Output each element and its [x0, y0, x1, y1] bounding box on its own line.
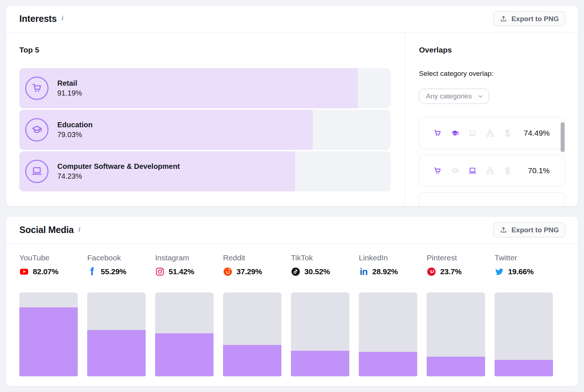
laptop-icon [468, 129, 477, 138]
network-value: 82.07% [33, 267, 58, 276]
graduation-cap-icon [25, 118, 49, 141]
upload-icon [500, 226, 507, 234]
network-value: 28.92% [372, 267, 398, 276]
bar-fill [427, 357, 485, 377]
network-label: TikTok [291, 253, 349, 262]
bar-fill [19, 307, 78, 376]
network-value: 19.66% [508, 267, 534, 276]
social-media-header: Social Media i Export to PNG [6, 217, 578, 244]
info-icon[interactable]: i [61, 15, 63, 22]
overlap-row-partial[interactable] [419, 192, 565, 206]
scrollbar-thumb[interactable] [561, 122, 565, 152]
bar-track [19, 292, 78, 376]
bar-track [359, 292, 417, 376]
network-value: 23.7% [440, 267, 462, 276]
category-name: Education [57, 121, 93, 129]
export-png-label: Export to PNG [511, 226, 559, 234]
linkedin-icon: in [359, 267, 368, 276]
category-name: Computer Software & Development [57, 162, 180, 171]
dollar-icon: $ [503, 129, 512, 138]
bar-fill [155, 333, 214, 376]
top5-row-retail: Retail 91.19% [19, 68, 391, 108]
chevron-down-icon [477, 93, 484, 100]
overlaps-heading: Overlaps [419, 46, 565, 54]
overlap-row[interactable]: $ 70.1% [419, 155, 565, 187]
social-column-twitter: Twitter 19.66% [495, 253, 553, 376]
social-column-tiktok: TikTok 30.52% [291, 253, 349, 376]
category-dropdown[interactable]: Any categories [419, 89, 489, 104]
overlap-value: 70.1% [528, 166, 550, 175]
sitemap-icon [485, 166, 495, 175]
social-column-reddit: Reddit 37.29% [223, 253, 281, 376]
overlap-value: 74.49% [524, 129, 550, 137]
top5-heading: Top 5 [19, 46, 391, 54]
overlap-row[interactable]: $ 74.49% [419, 117, 565, 149]
bar-fill [359, 352, 417, 376]
top5-row-computer-software: Computer Software & Development 74.23% [19, 151, 391, 191]
cart-icon [433, 129, 442, 138]
bar-track [427, 292, 485, 376]
sitemap-icon [485, 129, 495, 138]
export-png-button[interactable]: Export to PNG [493, 11, 565, 26]
category-name: Retail [57, 79, 82, 88]
category-dropdown-value: Any categories [426, 92, 472, 100]
bar-track [291, 292, 349, 376]
bar-track [87, 292, 146, 376]
social-column-pinterest: Pinterest 23.7% [427, 253, 485, 376]
network-value: 51.42% [169, 267, 194, 276]
interests-title: Interests [19, 13, 57, 24]
select-category-label: Select category overlap: [419, 70, 565, 78]
top5-row-education: Education 79.03% [19, 110, 391, 150]
graduation-cap-icon [450, 166, 460, 175]
social-media-chart: YouTube 82.07% Facebook f 55.29% [6, 244, 578, 376]
facebook-icon: f [87, 267, 97, 276]
network-label: Pinterest [427, 253, 485, 262]
network-label: Twitter [495, 253, 553, 262]
category-value: 91.19% [57, 89, 82, 97]
laptop-icon [25, 160, 49, 183]
bar-track [223, 292, 281, 376]
bar-track [155, 292, 214, 376]
pinterest-icon [427, 267, 436, 276]
bar-fill [223, 345, 281, 376]
network-label: LinkedIn [359, 253, 417, 262]
bar-fill [495, 360, 553, 376]
overlaps-section: Overlaps Select category overlap: Any ca… [404, 32, 578, 206]
reddit-icon [223, 267, 233, 276]
social-column-linkedin: LinkedIn in 28.92% [359, 253, 417, 376]
social-column-facebook: Facebook f 55.29% [87, 253, 146, 376]
category-value: 74.23% [57, 172, 180, 181]
tiktok-icon [291, 267, 300, 276]
overlaps-list: $ 74.49% $ 70.1% [419, 117, 565, 206]
dollar-icon: $ [503, 166, 512, 175]
interests-card: Interests i Export to PNG Top 5 [6, 5, 578, 206]
top5-section: Top 5 Retail 91.19% [6, 32, 404, 206]
network-value: 30.52% [304, 267, 330, 276]
network-label: YouTube [19, 253, 78, 262]
category-value: 79.03% [57, 131, 93, 139]
network-label: Reddit [223, 253, 281, 262]
instagram-icon [155, 267, 165, 276]
bar-fill [87, 330, 146, 376]
cart-icon [433, 166, 442, 175]
bar-track [495, 292, 553, 376]
network-value: 37.29% [237, 267, 262, 276]
network-label: Instagram [155, 253, 214, 262]
laptop-icon [468, 166, 477, 175]
network-value: 55.29% [101, 267, 126, 276]
cart-icon [25, 77, 49, 100]
upload-icon [500, 15, 507, 23]
export-png-label: Export to PNG [511, 15, 559, 23]
info-icon[interactable]: i [78, 226, 80, 233]
export-png-button[interactable]: Export to PNG [493, 222, 565, 237]
youtube-icon [19, 267, 29, 276]
social-column-instagram: Instagram 51.42% [155, 253, 214, 376]
social-column-youtube: YouTube 82.07% [19, 253, 78, 376]
bar-fill [291, 351, 349, 376]
social-media-title: Social Media [19, 225, 74, 235]
twitter-icon [495, 267, 504, 276]
interests-header: Interests i Export to PNG [6, 5, 578, 32]
graduation-cap-icon [450, 129, 460, 138]
network-label: Facebook [87, 253, 146, 262]
social-media-card: Social Media i Export to PNG YouTube 82.… [6, 216, 578, 387]
